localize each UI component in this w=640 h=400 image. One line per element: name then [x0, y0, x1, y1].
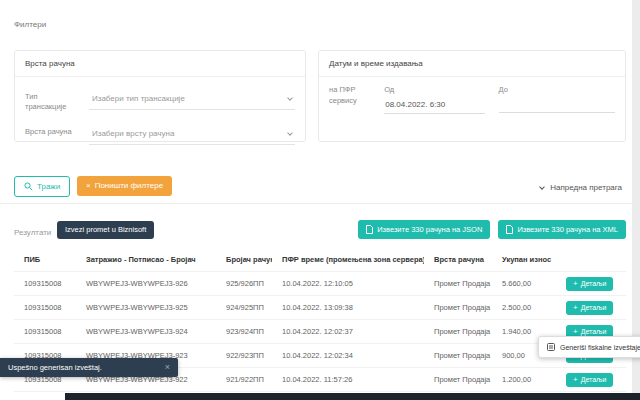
- toast-close-icon[interactable]: ×: [165, 363, 170, 372]
- cell-pib: 109315008: [14, 320, 76, 343]
- header-pib: ПИБ: [14, 248, 76, 271]
- results-table: ПИБ Затражио - Потписао - Бројач Бројач …: [14, 248, 626, 400]
- filters-section-title: Филтери: [14, 20, 46, 29]
- details-button-label: Детаљи: [581, 280, 607, 287]
- cell-total-amount: 5.660,00: [492, 272, 562, 295]
- invoice-type-filter-card: Врста рачуна Тип трансакције Изабери тип…: [14, 50, 306, 142]
- details-button-label: Детаљи: [581, 376, 607, 383]
- search-button[interactable]: Тражи: [14, 176, 70, 197]
- details-button[interactable]: + Детаљи: [566, 373, 613, 387]
- cell-invoice-counter: 922/923ПП: [216, 344, 272, 367]
- header-pfr-time: ПФР време (промењена зона сервера): [272, 248, 424, 271]
- biznisoft-button-label: Izvezi promet u Biznisoft: [65, 226, 146, 234]
- cell-invoice-counter: 921/922ПП: [216, 368, 272, 391]
- cell-pfr-time: 10.04.2022. 13:09:38: [272, 296, 424, 319]
- cell-invoice-type: Промет Продаја: [424, 296, 492, 319]
- invoice-type-label: Врста рачуна: [25, 124, 81, 137]
- section-divider: [0, 203, 640, 204]
- date-card-title: Датум и време издавања: [319, 51, 625, 77]
- cell-requested-signed-counter: WBYWPEJ3-WBYWPEJ3-926: [76, 272, 216, 295]
- reset-filters-button[interactable]: × Поништи филтере: [77, 176, 172, 196]
- export-json-label: Извезите 330 рачуна на JSON: [377, 226, 482, 234]
- details-button[interactable]: + Детаљи: [566, 277, 613, 291]
- cell-invoice-counter: 925/926ПП: [216, 272, 272, 295]
- file-icon: [366, 225, 373, 234]
- header-requested-signed-counter: Затражио - Потписао - Бројач: [76, 248, 216, 271]
- toast-message: Uspešno generisan izveštaj.: [8, 363, 102, 372]
- header-invoice-type: Врста рачуна: [424, 248, 492, 271]
- advanced-search-label: Напредна претрага: [550, 183, 622, 192]
- plus-icon: +: [573, 280, 578, 288]
- toast-notification: Uspešno generisan izveštaj. ×: [0, 358, 178, 377]
- cell-pfr-time: 10.04.2022. 12:02:34: [272, 344, 424, 367]
- date-to-label: До: [499, 85, 615, 94]
- chevron-down-icon: [539, 184, 545, 190]
- context-menu-generate-fiscal-reports[interactable]: Generiši fiskalne izveštaje: [538, 336, 640, 358]
- table-header-row: ПИБ Затражио - Потписао - Бројач Бројач …: [14, 248, 626, 272]
- plus-icon: +: [573, 304, 578, 312]
- cell-invoice-type: Промет Продаја: [424, 320, 492, 343]
- export-json-button[interactable]: Извезите 330 рачуна на JSON: [358, 220, 490, 239]
- search-icon: [24, 182, 33, 191]
- header-invoice-counter: Бројач рачуна: [216, 248, 272, 271]
- file-icon: [506, 225, 513, 234]
- cell-pib: 109315008: [14, 296, 76, 319]
- date-filter-card: Датум и време издавања на ПФР сервису Од…: [318, 50, 626, 142]
- chevron-down-icon: [287, 95, 293, 101]
- details-button-label: Детаљи: [581, 328, 607, 335]
- export-xml-label: Извезите 330 рачуна на XML: [517, 226, 618, 234]
- transaction-type-label: Тип трансакције: [25, 89, 81, 112]
- bottom-bar: [65, 393, 640, 400]
- export-buttons: Извезите 330 рачуна на JSON Извезите 330…: [358, 220, 626, 239]
- cell-requested-signed-counter: WBYWPEJ3-WBYWPEJ3-925: [76, 296, 216, 319]
- transaction-type-select[interactable]: Изабери тип трансакције: [89, 89, 295, 110]
- close-icon: ×: [86, 182, 91, 190]
- advanced-search-toggle[interactable]: Напредна претрага: [540, 183, 622, 192]
- cell-invoice-type: Промет Продаја: [424, 272, 492, 295]
- biznisoft-export-button[interactable]: Izvezi promet u Biznisoft: [57, 221, 154, 239]
- cell-pfr-time: 10.04.2022. 11:57:26: [272, 368, 424, 391]
- report-icon: [547, 343, 555, 351]
- cell-invoice-type: Промет Продаја: [424, 344, 492, 367]
- results-section-title: Резултати: [14, 228, 51, 237]
- invoice-type-card-title: Врста рачуна: [15, 51, 305, 77]
- search-button-label: Тражи: [37, 183, 60, 191]
- date-from-input[interactable]: 08.04.2022. 6:30: [384, 100, 484, 114]
- cell-pfr-time: 10.04.2022. 12:10:05: [272, 272, 424, 295]
- invoice-type-placeholder: Изабери врсту рачуна: [92, 129, 174, 138]
- table-body: 109315008 WBYWPEJ3-WBYWPEJ3-926 925/926П…: [14, 272, 626, 400]
- cell-invoice-type: Промет Продаја: [424, 368, 492, 391]
- cell-invoice-counter: 923/924ПП: [216, 320, 272, 343]
- plus-icon: +: [573, 376, 578, 384]
- cell-invoice-counter: 924/925ПП: [216, 296, 272, 319]
- cell-total-amount: 1.200,00: [492, 368, 562, 391]
- date-from-label: Од: [384, 85, 484, 94]
- details-button[interactable]: + Детаљи: [566, 301, 613, 315]
- transaction-type-placeholder: Изабери тип трансакције: [92, 94, 185, 103]
- plus-icon: +: [573, 328, 578, 336]
- table-row: 109315008 WBYWPEJ3-WBYWPEJ3-926 925/926П…: [14, 272, 626, 296]
- chevron-down-icon: [287, 130, 293, 136]
- header-actions: [562, 253, 626, 267]
- cell-pfr-time: 10.04.2022. 12:02:37: [272, 320, 424, 343]
- date-to-input[interactable]: [499, 100, 615, 113]
- header-total-amount: Укупан износ: [492, 248, 562, 271]
- cell-total-amount: 2.500,00: [492, 296, 562, 319]
- table-row: 109315008 WBYWPEJ3-WBYWPEJ3-925 924/925П…: [14, 296, 626, 320]
- context-menu-label: Generiši fiskalne izveštaje: [560, 344, 640, 351]
- cell-pib: 109315008: [14, 272, 76, 295]
- pfr-service-label: на ПФР сервису: [329, 85, 370, 114]
- export-xml-button[interactable]: Извезите 330 рачуна на XML: [498, 220, 626, 239]
- invoice-type-select[interactable]: Изабери врсту рачуна: [89, 124, 295, 145]
- cell-requested-signed-counter: WBYWPEJ3-WBYWPEJ3-924: [76, 320, 216, 343]
- details-button-label: Детаљи: [581, 304, 607, 311]
- table-row: 109315008 WBYWPEJ3-WBYWPEJ3-924 923/924П…: [14, 320, 626, 344]
- reset-button-label: Поништи филтере: [95, 182, 164, 190]
